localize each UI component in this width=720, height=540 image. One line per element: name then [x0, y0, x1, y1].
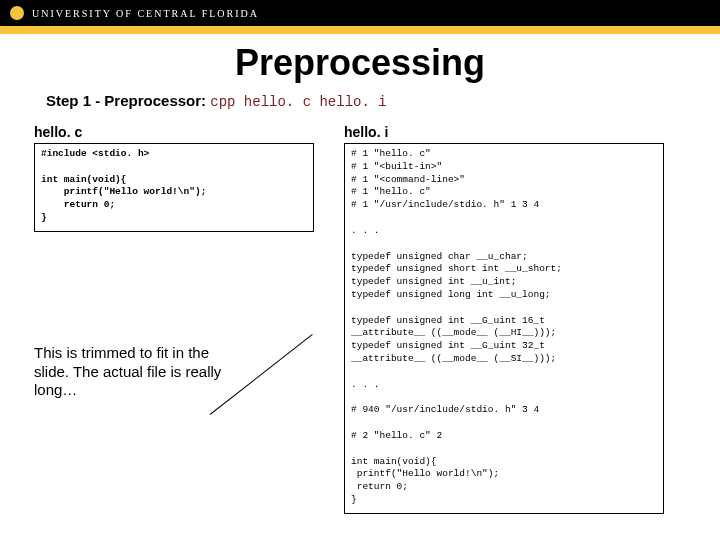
typedef-line: typedef unsigned short int __u_short;: [351, 263, 562, 274]
pp-line: # 1 "<command-line>": [351, 174, 465, 185]
main-decl: int main(void){: [351, 456, 437, 467]
step-line: Step 1 - Preprocessor: cpp hello. c hell…: [46, 92, 686, 110]
step-command: cpp hello. c hello. i: [210, 94, 386, 110]
header-bar: UNIVERSITY OF CENTRAL FLORIDA: [0, 0, 720, 26]
trim-note: This is trimmed to fit in the slide. The…: [34, 344, 234, 400]
typedef-line: typedef unsigned int __G_uint 32_t: [351, 340, 545, 351]
pp-line: # 940 "/usr/include/stdio. h" 3 4: [351, 404, 539, 415]
pp-line: # 1 "<built-in>": [351, 161, 442, 172]
slide-body: Preprocessing Step 1 - Preprocessor: cpp…: [0, 34, 720, 514]
university-name: UNIVERSITY OF CENTRAL FLORIDA: [32, 8, 259, 19]
step-label: Step 1 - Preprocessor:: [46, 92, 206, 109]
printf-line: printf("Hello world!\n");: [41, 186, 206, 197]
ucf-pegasus-icon: [10, 6, 24, 20]
attr-line: __attribute__ ((__mode__ (__HI__)));: [351, 327, 556, 338]
attr-line: __attribute__ ((__mode__ (__SI__)));: [351, 353, 556, 364]
typedef-line: typedef unsigned int __G_uint 16_t: [351, 315, 545, 326]
printf-line: printf("Hello world!\n");: [351, 468, 499, 479]
left-column: hello. c #include <stdio. h> int main(vo…: [34, 124, 314, 400]
return-line: return 0;: [351, 481, 408, 492]
right-filename: hello. i: [344, 124, 664, 140]
pp-line: # 2 "hello. c" 2: [351, 430, 442, 441]
typedef-line: typedef unsigned char __u_char;: [351, 251, 528, 262]
typedef-line: typedef unsigned long int __u_long;: [351, 289, 551, 300]
hello-c-code: #include <stdio. h> int main(void){ prin…: [34, 143, 314, 232]
include-line: #include <stdio. h>: [41, 148, 149, 159]
left-filename: hello. c: [34, 124, 314, 140]
gold-divider: [0, 26, 720, 34]
return-line: return 0;: [41, 199, 115, 210]
ellipsis: . . .: [351, 379, 380, 390]
right-column: hello. i # 1 "hello. c" # 1 "<built-in>"…: [344, 124, 664, 514]
close-brace: }: [41, 212, 47, 223]
hello-i-code: # 1 "hello. c" # 1 "<built-in>" # 1 "<co…: [344, 143, 664, 514]
pp-line: # 1 "/usr/include/stdio. h" 1 3 4: [351, 199, 539, 210]
page-title: Preprocessing: [34, 42, 686, 84]
ellipsis: . . .: [351, 225, 380, 236]
pp-line: # 1 "hello. c": [351, 186, 431, 197]
pp-line: # 1 "hello. c": [351, 148, 431, 159]
typedef-line: typedef unsigned int __u_int;: [351, 276, 516, 287]
two-column-layout: hello. c #include <stdio. h> int main(vo…: [34, 124, 686, 514]
main-decl: int main(void){: [41, 174, 127, 185]
close-brace: }: [351, 494, 357, 505]
